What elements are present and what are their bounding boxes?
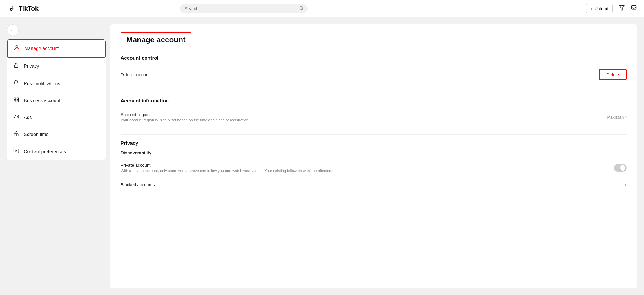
sidebar-item-label: Screen time [24,132,48,137]
svg-marker-13 [16,150,17,152]
content-prefs-icon [13,148,20,155]
search-bar [180,4,308,13]
logo-text: TikTok [19,5,39,12]
svg-point-4 [16,46,18,48]
account-region-title: Account region [121,112,250,117]
sidebar-item-label: Push notifications [24,81,60,86]
delete-account-row: Delete account Delete [121,65,627,84]
privacy-label: Privacy [121,140,627,146]
filter-icon[interactable] [618,5,625,13]
sidebar-menu: Manage account Privacy Push notifi [7,39,106,160]
svg-rect-6 [14,98,16,100]
content-area: Manage account Account control Delete ac… [110,24,637,288]
account-control-section: Account control Delete account Delete [121,55,627,84]
back-button[interactable]: ← [7,24,19,36]
sidebar-item-manage-account[interactable]: Manage account [7,39,106,58]
business-icon [13,97,20,104]
account-control-label: Account control [121,55,627,61]
private-account-subtitle: With a private account, only users you a… [121,168,332,173]
main-container: ← Manage account Privacy [0,17,644,295]
toggle-thumb [620,165,626,171]
sidebar-item-label: Business account [24,98,60,103]
manage-account-icon [13,45,20,52]
back-icon: ← [10,27,15,33]
search-icon [299,6,304,12]
sidebar-item-screen-time[interactable]: Screen time [7,126,106,143]
sidebar-item-content-preferences[interactable]: Content preferences [7,143,106,160]
tiktok-logo-icon [7,4,16,13]
blocked-accounts-title: Blocked accounts [121,182,155,187]
blocked-accounts-chevron: › [625,181,627,188]
search-input[interactable] [180,4,308,13]
privacy-section: Privacy Discoverability Private account … [121,140,627,192]
svg-rect-5 [14,65,18,67]
logo: TikTok [7,4,39,13]
private-account-title: Private account [121,163,332,168]
svg-rect-8 [14,100,16,102]
discoverability-label: Discoverability [121,150,627,155]
account-region-row[interactable]: Account region Your account region is in… [121,108,627,126]
upload-label: Upload [594,6,608,11]
header: TikTok + Upload [0,0,644,17]
ads-icon [13,114,20,121]
svg-rect-12 [14,149,19,153]
svg-rect-7 [17,98,19,100]
private-account-toggle[interactable] [614,164,627,172]
sidebar-item-label: Privacy [24,64,39,69]
header-actions: + Upload [586,4,637,13]
chevron-icon: › [625,115,627,120]
section-divider-1 [121,92,627,92]
section-divider-2 [121,134,627,135]
account-information-section: Account information Account region Your … [121,98,627,126]
sidebar-item-label: Ads [24,115,32,120]
privacy-icon [13,62,20,70]
sidebar-item-privacy[interactable]: Privacy [7,58,106,75]
page-title-box: Manage account [121,32,191,47]
sidebar-item-label: Manage account [24,46,59,51]
sidebar-item-ads[interactable]: Ads [7,109,106,126]
svg-marker-2 [619,5,624,10]
region-text: Pakistan [607,115,624,120]
sidebar-item-business-account[interactable]: Business account [7,92,106,109]
sidebar-item-label: Content preferences [24,149,66,154]
screen-time-icon [13,131,20,138]
blocked-accounts-row[interactable]: Blocked accounts › [121,177,627,192]
notifications-icon [13,80,20,87]
delete-account-title: Delete account [121,72,150,77]
svg-line-1 [302,9,303,10]
delete-button[interactable]: Delete [599,69,627,80]
plus-icon: + [590,6,593,11]
private-account-row: Private account With a private account, … [121,159,627,177]
svg-point-0 [300,6,303,10]
upload-button[interactable]: + Upload [586,4,613,13]
sidebar: ← Manage account Privacy [7,24,106,288]
sidebar-item-push-notifications[interactable]: Push notifications [7,75,106,92]
svg-marker-10 [14,115,16,118]
account-region-subtitle: Your account region is initially set bas… [121,118,250,122]
svg-rect-9 [17,100,19,102]
account-information-label: Account information [121,98,627,104]
account-region-value[interactable]: Pakistan › [607,115,627,120]
messages-icon[interactable] [631,5,637,13]
page-title: Manage account [126,35,186,44]
